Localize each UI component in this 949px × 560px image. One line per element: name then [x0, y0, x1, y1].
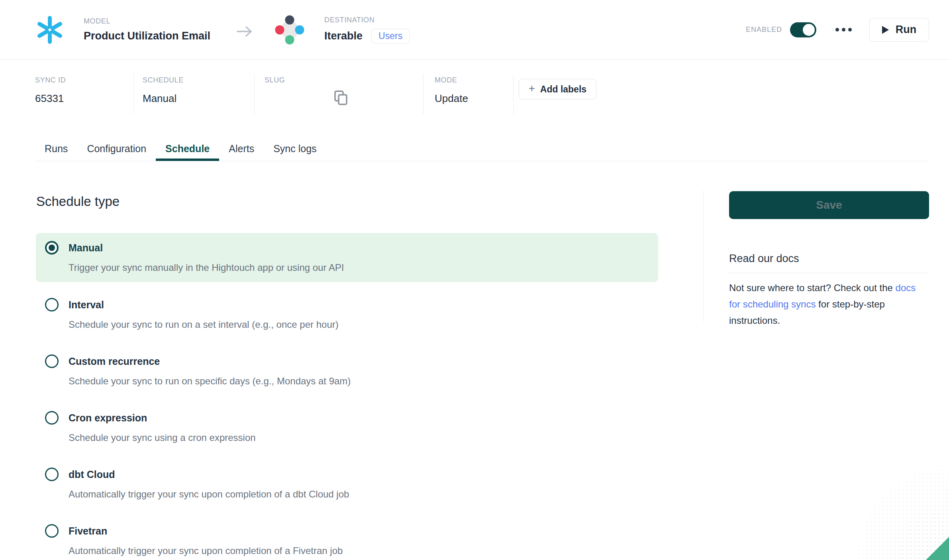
schedule-label: SCHEDULE: [143, 76, 254, 84]
copy-icon: [333, 90, 349, 106]
radio-manual-selected[interactable]: [45, 241, 59, 255]
option-label: Interval: [69, 299, 339, 311]
sync-info-bar: SYNC ID 65331 SCHEDULE Manual SLUG MODE …: [35, 74, 929, 114]
destination-entity: DESTINATION Iterable Users: [274, 14, 410, 45]
model-entity: MODEL Product Utilization Email: [35, 15, 210, 45]
option-label: Cron expression: [69, 412, 256, 424]
sync-tabs: Runs Configuration Schedule Alerts Sync …: [35, 136, 929, 161]
schedule-value: Manual: [143, 92, 254, 105]
option-label: dbt Cloud: [69, 468, 349, 480]
right-rail: Save Read our docs Not sure where to sta…: [729, 191, 929, 329]
radio-custom-recurrence[interactable]: [45, 354, 59, 368]
tab-schedule[interactable]: Schedule: [156, 136, 219, 161]
slug-label: SLUG: [265, 76, 423, 84]
run-button[interactable]: Run: [869, 18, 929, 42]
iterable-icon: [274, 14, 305, 45]
option-description: Automatically trigger your sync upon com…: [69, 488, 349, 500]
add-labels-button[interactable]: + Add labels: [519, 79, 596, 100]
tab-configuration[interactable]: Configuration: [77, 136, 156, 161]
docs-heading: Read our docs: [729, 253, 929, 273]
more-menu-button[interactable]: [835, 25, 853, 34]
option-label: Fivetran: [69, 525, 343, 537]
mode-label: MODE: [435, 76, 513, 84]
sync-header: MODEL Product Utilization Email DESTINAT…: [0, 0, 949, 60]
tab-alerts[interactable]: Alerts: [219, 136, 264, 161]
snowflake-icon: [35, 15, 65, 45]
toggle-knob: [803, 24, 815, 36]
slug-field: SLUG: [255, 74, 424, 114]
destination-title: Iterable: [324, 30, 363, 42]
option-dbt-cloud[interactable]: dbt Cloud Automatically trigger your syn…: [36, 468, 658, 500]
add-labels-label: Add labels: [540, 84, 586, 95]
sync-id-value: 65331: [35, 92, 133, 105]
option-interval[interactable]: Interval Schedule your sync to run on a …: [36, 299, 658, 331]
option-description: Schedule your sync to run on a set inter…: [69, 319, 339, 331]
schedule-type-options: Manual Trigger your sync manually in the…: [36, 233, 658, 557]
copy-slug-button[interactable]: [333, 90, 349, 107]
enabled-toggle[interactable]: [790, 22, 816, 37]
option-label: Manual: [69, 242, 344, 254]
content-divider: [703, 190, 704, 322]
option-fivetran[interactable]: Fivetran Automatically trigger your sync…: [36, 525, 658, 557]
arrow-right-icon: [236, 25, 253, 38]
radio-fivetran[interactable]: [45, 524, 59, 538]
run-button-label: Run: [896, 23, 916, 36]
sync-id-label: SYNC ID: [35, 76, 133, 84]
save-button[interactable]: Save: [729, 191, 929, 219]
radio-interval[interactable]: [45, 298, 59, 311]
model-title: Product Utilization Email: [84, 30, 210, 42]
option-description: Trigger your sync manually in the Highto…: [69, 262, 344, 274]
play-icon: [882, 26, 889, 34]
enabled-label: ENABLED: [746, 25, 782, 34]
mode-field: MODE Update: [424, 74, 514, 114]
radio-dbt-cloud[interactable]: [45, 468, 59, 481]
schedule-field: SCHEDULE Manual: [134, 74, 255, 114]
mode-value: Update: [435, 92, 513, 105]
model-eyebrow: MODEL: [84, 17, 210, 25]
plus-icon: +: [529, 82, 535, 95]
radio-cron-expression[interactable]: [45, 411, 59, 425]
option-label: Custom recurrence: [69, 355, 351, 367]
users-badge[interactable]: Users: [371, 29, 410, 44]
option-manual[interactable]: Manual Trigger your sync manually in the…: [36, 233, 658, 282]
corner-triangle-decoration: [926, 537, 949, 560]
tab-runs[interactable]: Runs: [35, 136, 77, 161]
destination-eyebrow: DESTINATION: [324, 16, 410, 24]
tab-sync-logs[interactable]: Sync logs: [264, 136, 326, 161]
ellipsis-icon: [835, 28, 839, 31]
schedule-type-heading: Schedule type: [36, 194, 120, 209]
option-cron-expression[interactable]: Cron expression Schedule your sync using…: [36, 412, 658, 444]
sync-id-field: SYNC ID 65331: [35, 74, 134, 114]
docs-help-text: Not sure where to start? Check out the d…: [729, 280, 929, 329]
option-description: Schedule your sync using a cron expressi…: [69, 432, 256, 444]
option-description: Automatically trigger your sync upon com…: [69, 545, 343, 557]
option-custom-recurrence[interactable]: Custom recurrence Schedule your sync to …: [36, 355, 658, 387]
option-description: Schedule your sync to run on specific da…: [69, 375, 351, 387]
